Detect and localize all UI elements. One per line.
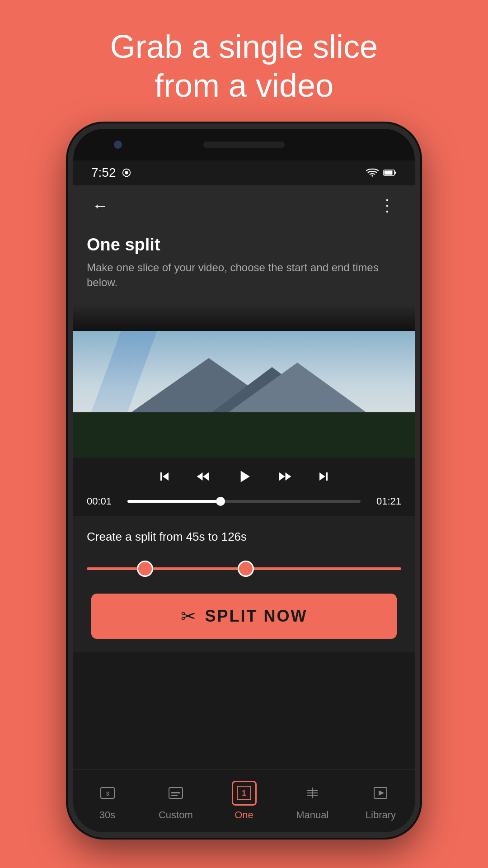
30s-icon: 3 — [99, 784, 117, 802]
nav-label-manual: Manual — [296, 809, 328, 821]
fast-forward-icon — [277, 468, 293, 485]
time-current: 00:01 — [87, 495, 118, 507]
nav-item-one[interactable]: 1 One — [210, 781, 278, 821]
player-controls: 00:01 01:21 — [73, 458, 415, 516]
wifi-icon — [366, 168, 379, 178]
nav-icon-library — [368, 781, 393, 806]
title-section: One split Make one slice of your video, … — [73, 226, 415, 304]
play-button[interactable] — [234, 467, 254, 486]
controls-row — [87, 467, 401, 486]
nav-label-custom: Custom — [159, 809, 193, 821]
range-thumb-right[interactable] — [238, 561, 254, 577]
page-subtitle: Make one slice of your video, choose the… — [87, 260, 401, 290]
progress-bar[interactable] — [127, 500, 361, 503]
cast-icon — [122, 168, 131, 178]
progress-fill — [127, 500, 221, 503]
volume-button — [415, 310, 420, 346]
svg-rect-4 — [385, 171, 393, 175]
status-icons — [366, 168, 397, 178]
range-slider[interactable] — [87, 557, 401, 580]
hero-line2: from a video — [155, 67, 333, 104]
progress-thumb[interactable] — [216, 497, 225, 506]
svg-rect-9 — [171, 792, 180, 793]
svg-marker-18 — [379, 790, 384, 796]
bottom-navigation: 3 30s Custom 1 O — [73, 769, 415, 832]
tree-layer — [73, 412, 415, 458]
skip-start-button[interactable] — [156, 468, 173, 485]
back-arrow-icon: ← — [92, 196, 108, 215]
nav-item-library[interactable]: Library — [347, 781, 415, 821]
rewind-icon — [195, 468, 211, 485]
nav-label-library: Library — [366, 809, 396, 821]
svg-point-1 — [125, 171, 128, 175]
phone-top-bar — [73, 129, 415, 160]
more-options-button[interactable]: ⋮ — [374, 192, 401, 219]
rewind-button[interactable] — [195, 468, 211, 485]
manual-icon — [303, 784, 321, 802]
app-bar: ← ⋮ — [73, 185, 415, 226]
hero-text: Grab a single slice from a video — [83, 27, 405, 105]
page-title: One split — [87, 235, 401, 255]
nav-item-manual[interactable]: Manual — [278, 781, 347, 821]
nav-item-30s[interactable]: 3 30s — [73, 781, 141, 821]
status-time: 7:52 — [91, 165, 131, 180]
range-thumb-left[interactable] — [137, 561, 153, 577]
nav-icon-manual — [300, 781, 325, 806]
svg-text:1: 1 — [242, 789, 246, 797]
skip-start-icon — [156, 468, 173, 485]
nav-icon-custom — [163, 781, 188, 806]
nav-icon-30s: 3 — [95, 781, 120, 806]
front-camera — [114, 141, 122, 149]
play-icon — [234, 467, 254, 486]
more-dots-icon: ⋮ — [379, 196, 396, 215]
battery-icon — [383, 168, 397, 178]
progress-row: 00:01 01:21 — [87, 495, 401, 507]
svg-text:3: 3 — [106, 791, 109, 797]
skip-end-icon — [315, 468, 332, 485]
split-now-button[interactable]: ✂ SPLIT NOW — [91, 594, 397, 639]
range-track — [87, 567, 401, 570]
nav-icon-one: 1 — [232, 781, 257, 806]
video-frame[interactable] — [73, 331, 415, 458]
back-button[interactable]: ← — [87, 192, 114, 219]
hero-line1: Grab a single slice — [110, 28, 378, 65]
split-range-label: Create a split from 45s to 126s — [87, 530, 401, 544]
one-icon: 1 — [236, 785, 252, 801]
speaker-grille — [203, 142, 285, 148]
svg-rect-5 — [394, 172, 396, 174]
nav-label-30s: 30s — [99, 809, 115, 821]
split-now-label: SPLIT NOW — [205, 607, 308, 626]
scissors-icon: ✂ — [181, 606, 196, 627]
phone-frame: 7:52 ← ⋮ — [68, 123, 420, 838]
nav-label-one: One — [235, 809, 253, 821]
fast-forward-button[interactable] — [277, 468, 293, 485]
video-container — [73, 304, 415, 458]
power-button — [415, 364, 420, 400]
status-bar: 7:52 — [73, 160, 415, 185]
split-controls: Create a split from 45s to 126s ✂ SPLIT … — [73, 516, 415, 652]
library-icon — [371, 784, 389, 802]
video-top-fade — [73, 304, 415, 331]
skip-end-button[interactable] — [315, 468, 332, 485]
svg-rect-10 — [171, 795, 178, 796]
time-total: 01:21 — [370, 495, 401, 507]
mountain-layer — [73, 349, 415, 421]
svg-point-2 — [371, 175, 373, 177]
nav-item-custom[interactable]: Custom — [141, 781, 210, 821]
custom-icon — [167, 784, 185, 802]
